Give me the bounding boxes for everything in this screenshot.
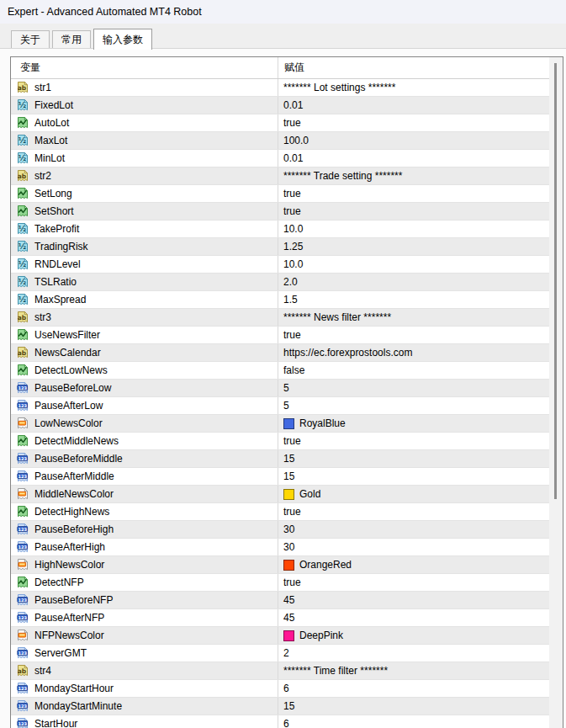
value-cell[interactable]: 45 (278, 609, 549, 626)
tab-common[interactable]: 常用 (52, 30, 91, 49)
tab-about[interactable]: 关于 (11, 30, 50, 49)
value-cell[interactable]: https://ec.forexprostools.com (278, 344, 549, 361)
table-row[interactable]: ½ RNDLevel 10.0 (11, 256, 549, 274)
value-cell[interactable]: Gold (278, 486, 549, 502)
value-cell[interactable]: true (278, 327, 549, 343)
variable-name: DetectHighNews (34, 506, 109, 518)
value-text: 15 (283, 453, 294, 465)
scrollbar-thumb[interactable] (554, 63, 557, 499)
table-row[interactable]: 123 PauseAfterHigh 30 (11, 539, 549, 556)
table-row[interactable]: ½ MinLot 0.01 (11, 150, 549, 167)
value-cell[interactable]: 5 (278, 397, 549, 414)
table-row[interactable]: ½ MaxSpread 1.5 (11, 291, 549, 309)
variable-cell: ½ RNDLevel (11, 256, 278, 273)
table-header: 变量 赋值 (11, 57, 549, 79)
variable-name: DetectMiddleNews (34, 435, 119, 447)
value-cell[interactable]: 1.5 (278, 291, 549, 308)
value-cell[interactable]: 30 (278, 539, 549, 555)
table-row[interactable]: UseNewsFilter true (11, 327, 549, 344)
value-cell[interactable]: 30 (278, 521, 549, 538)
table-row[interactable]: ½ TSLRatio 2.0 (11, 274, 549, 291)
table-row[interactable]: SetLong true (11, 185, 549, 203)
table-row[interactable]: SetShort true (11, 203, 549, 221)
table-row[interactable]: 123 PauseBeforeMiddle 15 (11, 450, 549, 468)
color-swatch (283, 489, 294, 500)
table-row[interactable]: ab str4 ******* Time filter ******* (11, 662, 549, 680)
table-row[interactable]: 123 MondayStartHour 6 (11, 680, 549, 698)
value-cell[interactable]: 6 (278, 680, 549, 697)
table-row[interactable]: ½ MaxLot 100.0 (11, 132, 549, 150)
value-cell[interactable]: 10.0 (278, 221, 549, 237)
value-cell[interactable]: 15 (278, 450, 549, 467)
value-cell[interactable]: ******* Time filter ******* (278, 662, 549, 679)
variable-name: AutoLot (34, 117, 69, 129)
value-cell[interactable]: 5 (278, 380, 549, 396)
value-text: ******* Time filter ******* (283, 665, 388, 677)
vertical-scrollbar[interactable] (549, 57, 563, 728)
table-row[interactable]: DetectLowNews false (11, 362, 549, 380)
value-cell[interactable]: 100.0 (278, 132, 549, 149)
table-row[interactable]: AutoLot true (11, 114, 549, 132)
value-cell[interactable]: true (278, 433, 549, 449)
table-row[interactable]: 123 PauseAfterMiddle 15 (11, 468, 549, 486)
table-row[interactable]: NFPNewsColor DeepPink (11, 627, 549, 645)
svg-text:123: 123 (18, 527, 27, 532)
value-text: true (283, 577, 301, 588)
value-cell[interactable]: ******* Trade setting ******* (278, 167, 549, 184)
table-row[interactable]: DetectMiddleNews true (11, 433, 549, 450)
tab-inputs[interactable]: 输入参数 (93, 29, 152, 50)
value-cell[interactable]: true (278, 185, 549, 202)
value-cell[interactable]: DeepPink (278, 627, 549, 644)
table-row[interactable]: DetectHighNews true (11, 503, 549, 521)
value-cell[interactable]: false (278, 362, 549, 379)
table-row[interactable]: 123 StartHour 6 (11, 715, 549, 728)
value-cell[interactable]: 10.0 (278, 256, 549, 273)
value-text: 1.25 (283, 241, 303, 252)
value-cell[interactable]: ******* Lot settings ******* (278, 79, 549, 96)
value-cell[interactable]: 1.25 (278, 238, 549, 255)
value-cell[interactable]: 0.01 (278, 150, 549, 167)
table-row[interactable]: MiddleNewsColor Gold (11, 486, 549, 503)
table-row[interactable]: 123 PauseBeforeHigh 30 (11, 521, 549, 539)
table-row[interactable]: ab NewsCalendar https://ec.forexprostool… (11, 344, 549, 362)
value-cell[interactable]: 6 (278, 715, 549, 728)
boolean-icon (16, 434, 29, 448)
variable-name: str3 (34, 311, 51, 323)
value-cell[interactable]: 15 (278, 698, 549, 715)
variable-cell: SetShort (11, 203, 278, 220)
table-row[interactable]: 123 PauseBeforeNFP 45 (11, 592, 549, 609)
value-cell[interactable]: ******* News filter ******* (278, 309, 549, 326)
svg-text:ab: ab (18, 173, 27, 180)
value-cell[interactable]: true (278, 503, 549, 520)
variable-name: TakeProfit (34, 223, 79, 235)
table-row[interactable]: DetectNFP true (11, 574, 549, 592)
table-row[interactable]: 123 PauseBeforeLow 5 (11, 380, 549, 397)
value-cell[interactable]: 2.0 (278, 274, 549, 290)
table-row[interactable]: 123 MondayStartMinute 15 (11, 698, 549, 715)
table-row[interactable]: ½ TakeProfit 10.0 (11, 221, 549, 238)
value-cell[interactable]: 2 (278, 645, 549, 662)
value-cell[interactable]: true (278, 574, 549, 591)
value-cell[interactable]: 0.01 (278, 97, 549, 114)
value-cell[interactable]: 15 (278, 468, 549, 485)
table-row[interactable]: ½ TradingRisk 1.25 (11, 238, 549, 256)
value-cell[interactable]: OrangeRed (278, 556, 549, 573)
value-cell[interactable]: true (278, 203, 549, 220)
table-row[interactable]: 123 PauseAfterLow 5 (11, 397, 549, 415)
table-row[interactable]: ab str2 ******* Trade setting ******* (11, 167, 549, 185)
value-text: 45 (283, 594, 294, 606)
table-row[interactable]: 123 PauseAfterNFP 45 (11, 609, 549, 627)
value-cell[interactable]: true (278, 114, 549, 131)
variable-cell: ab NewsCalendar (11, 344, 278, 361)
table-row[interactable]: HighNewsColor OrangeRed (11, 556, 549, 574)
table-row[interactable]: ab str3 ******* News filter ******* (11, 309, 549, 327)
integer-icon: 123 (16, 717, 29, 728)
table-row[interactable]: 123 ServerGMT 2 (11, 645, 549, 662)
table-row[interactable]: LowNewsColor RoyalBlue (11, 415, 549, 433)
string-icon: ab (16, 311, 29, 324)
table-row[interactable]: ½ FixedLot 0.01 (11, 97, 549, 114)
value-cell[interactable]: RoyalBlue (278, 415, 549, 432)
value-cell[interactable]: 45 (278, 592, 549, 608)
color-swatch (283, 630, 294, 641)
table-row[interactable]: ab str1 ******* Lot settings ******* (11, 79, 549, 97)
